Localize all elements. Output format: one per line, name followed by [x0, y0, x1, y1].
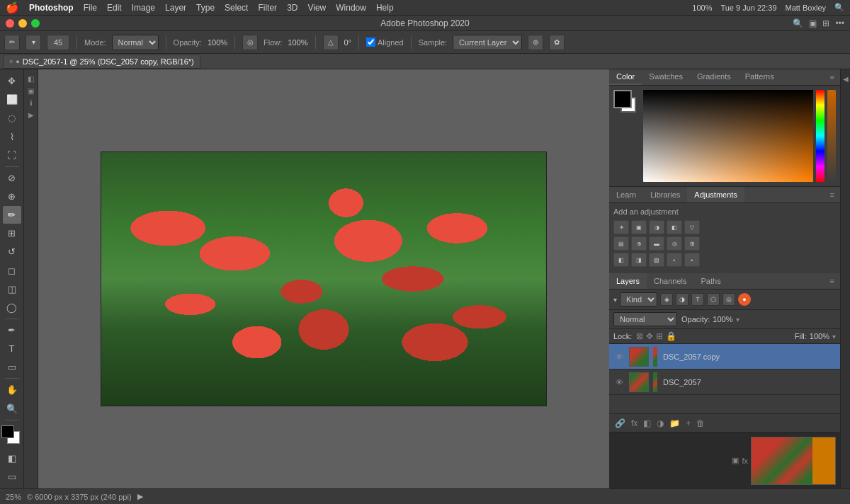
layers-mode-select[interactable]: Normal — [613, 312, 677, 326]
sample-rings-icon[interactable]: ⊚ — [528, 35, 543, 50]
color-spectrum[interactable] — [643, 90, 813, 182]
adj-colorbalance[interactable]: ⊕ — [631, 236, 647, 251]
adj-selective[interactable]: ▪ — [667, 253, 682, 267]
properties-icon[interactable]: ◧ — [28, 75, 34, 83]
adj-hue[interactable]: ▤ — [613, 236, 629, 251]
fill-dropdown[interactable]: ▾ — [832, 333, 836, 340]
lasso-tool[interactable]: ◌ — [3, 109, 21, 127]
filter-adj-icon[interactable]: ◑ — [676, 293, 688, 306]
search-icon[interactable]: 🔍 — [834, 3, 844, 12]
menu-3d[interactable]: 3D — [287, 3, 298, 13]
layers-panel-menu[interactable]: ≡ — [824, 274, 840, 288]
shape-tool[interactable]: ▭ — [3, 358, 21, 376]
filter-type-icon[interactable]: T — [691, 293, 704, 306]
search-header-icon[interactable]: 🔍 — [793, 18, 803, 28]
menu-view[interactable]: View — [307, 3, 326, 13]
adj-gradient-map[interactable]: ▪ — [684, 253, 700, 267]
zoom-tool[interactable]: 🔍 — [3, 400, 21, 418]
sample-select[interactable]: Current Layer — [453, 35, 522, 50]
stamp-tool[interactable]: ⊞ — [3, 224, 21, 242]
menu-edit[interactable]: Edit — [107, 3, 122, 13]
brush-preset-icon[interactable]: ▾ — [26, 35, 41, 50]
tab-layers[interactable]: Layers — [609, 273, 647, 289]
tab-adjustments[interactable]: Adjustments — [687, 187, 744, 202]
menu-image[interactable]: Image — [132, 3, 155, 13]
adj-photof[interactable]: ◎ — [667, 236, 682, 251]
opacity-dropdown[interactable]: ▾ — [736, 316, 740, 323]
menu-filter[interactable]: Filter — [258, 3, 277, 13]
lock-move-icon[interactable]: ✥ — [646, 331, 653, 341]
move-tool[interactable]: ✥ — [3, 72, 21, 90]
tab-channels[interactable]: Channels — [647, 273, 693, 289]
arrange-icon[interactable]: ⊞ — [822, 18, 829, 28]
layer-eye-1[interactable]: 👁 — [613, 351, 625, 362]
lock-artboard-icon[interactable]: ⊞ — [656, 331, 663, 341]
color-panel-menu[interactable]: ≡ — [824, 70, 840, 84]
foreground-color[interactable] — [1, 425, 14, 438]
timeline-icon[interactable]: ▣ — [732, 456, 739, 465]
fg-swatch[interactable] — [613, 90, 632, 108]
mode-select[interactable]: Normal — [112, 35, 159, 50]
tab-learn[interactable]: Learn — [609, 187, 643, 202]
layer-delete-icon[interactable]: 🗑 — [696, 418, 705, 428]
document-tab[interactable]: × ● DSC_2057-1 @ 25% (DSC_2057 copy, RGB… — [3, 55, 200, 69]
layer-adj-icon[interactable]: ◑ — [657, 418, 664, 428]
layer-fx-icon[interactable]: fx — [631, 418, 638, 428]
brush-tool[interactable]: ✏ — [3, 206, 21, 224]
aligned-checkbox-label[interactable]: Aligned — [366, 38, 404, 47]
layer-item-2[interactable]: 👁 DSC_2057 — [609, 370, 840, 395]
hue-slider[interactable] — [816, 90, 824, 182]
layer-link-icon[interactable]: 🔗 — [615, 418, 625, 428]
maximize-window-btn[interactable] — [31, 19, 40, 28]
filter-smart-icon[interactable]: ◎ — [722, 293, 735, 306]
close-window-btn[interactable] — [6, 19, 14, 28]
adj-threshold[interactable]: ▨ — [649, 253, 664, 267]
rectangular-marquee-tool[interactable]: ⬜ — [3, 91, 21, 108]
menu-window[interactable]: Window — [336, 3, 366, 13]
layer-item[interactable]: 👁 DSC_2057 copy — [609, 344, 840, 370]
expand-icon[interactable]: ▶ — [137, 492, 143, 501]
text-tool[interactable]: T — [3, 340, 21, 357]
lock-all-icon[interactable]: 🔒 — [666, 331, 676, 341]
tab-paths[interactable]: Paths — [694, 273, 728, 289]
layer-eye-2[interactable]: 👁 — [613, 377, 625, 388]
minimize-window-btn[interactable] — [18, 19, 27, 28]
layer-mask-icon[interactable]: ◧ — [643, 418, 651, 428]
adj-brightness[interactable]: ☀ — [613, 220, 629, 234]
adj-levels[interactable]: ▣ — [631, 220, 647, 234]
airbrush-icon[interactable]: ◎ — [242, 35, 258, 50]
menu-layer[interactable]: Layer — [165, 3, 186, 13]
eraser-tool[interactable]: ◻ — [3, 262, 21, 280]
adj-vibrance[interactable]: ▽ — [684, 220, 700, 234]
layer-new-icon[interactable]: + — [686, 418, 691, 428]
opacity-value[interactable]: 100% — [208, 38, 227, 47]
flow-value[interactable]: 100% — [288, 38, 307, 47]
tab-libraries[interactable]: Libraries — [643, 187, 687, 202]
more-icon[interactable]: ••• — [835, 18, 844, 28]
layer-folder-icon[interactable]: 📁 — [669, 418, 680, 428]
tab-close[interactable]: × — [9, 58, 13, 65]
pressure-icon[interactable]: ✿ — [549, 35, 565, 50]
tab-patterns[interactable]: Patterns — [738, 69, 781, 85]
aligned-checkbox[interactable] — [366, 38, 375, 47]
adj-curves[interactable]: ◑ — [649, 220, 664, 234]
quick-select-tool[interactable]: ⌇ — [3, 127, 21, 145]
brush-tool-icon[interactable]: ✏ — [4, 35, 20, 50]
alpha-slider[interactable] — [827, 90, 836, 182]
adj-panel-menu[interactable]: ≡ — [824, 188, 840, 202]
adj-exposure[interactable]: ◧ — [667, 220, 682, 234]
lock-checkerboard-icon[interactable]: ⊠ — [636, 331, 643, 341]
actions-icon[interactable]: ▶ — [28, 111, 34, 119]
canvas-area[interactable] — [38, 69, 609, 488]
filter-pixel-icon[interactable]: ◈ — [660, 293, 673, 306]
heal-tool[interactable]: ⊕ — [3, 188, 21, 205]
adj-bw[interactable]: ▬ — [649, 236, 664, 251]
info-icon[interactable]: ℹ — [30, 99, 33, 107]
menu-file[interactable]: File — [84, 3, 97, 13]
fill-value[interactable]: 100% — [810, 332, 829, 340]
filter-active-indicator[interactable]: ● — [738, 293, 751, 306]
gradient-tool[interactable]: ◫ — [3, 280, 21, 298]
opacity-value[interactable]: 100% — [713, 315, 732, 323]
panel-collapse[interactable]: ◀ — [840, 69, 850, 488]
tab-color[interactable]: Color — [609, 69, 642, 85]
